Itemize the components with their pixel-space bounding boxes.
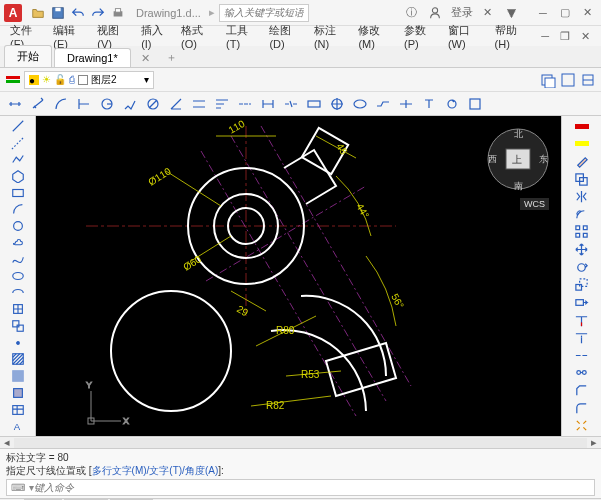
point-tool[interactable] [3,335,33,351]
linear-dim-icon[interactable] [4,94,26,114]
color-yellow[interactable] [575,141,589,146]
menu-dim[interactable]: 标注(N) [310,23,352,50]
line-tool[interactable] [3,118,33,134]
mirror-tool[interactable] [566,188,598,205]
pline-tool[interactable] [3,151,33,167]
jogged-dim-icon[interactable] [119,94,141,114]
chamfer-tool[interactable] [566,382,598,399]
layer-iso-icon[interactable] [559,71,577,89]
menu-help[interactable]: 帮助(H) [491,23,533,50]
open-icon[interactable] [30,5,46,21]
radius-dim-icon[interactable] [96,94,118,114]
move-tool[interactable] [566,241,598,258]
menu-view[interactable]: 视图(V) [93,23,135,50]
menu-insert[interactable]: 插入(I) [137,23,175,50]
dim-update-icon[interactable] [441,94,463,114]
dim-space-icon[interactable] [257,94,279,114]
ellipse-tool[interactable] [3,268,33,284]
center-mark-icon[interactable] [326,94,348,114]
scrollbar-horizontal[interactable]: ◂ ▸ [0,436,601,448]
erase-tool[interactable] [566,153,598,170]
tolerance-icon[interactable] [303,94,325,114]
doc-close-button[interactable]: ✕ [575,28,595,44]
fillet-tool[interactable] [566,400,598,417]
inspect-icon[interactable] [349,94,371,114]
arc-dim-icon[interactable] [50,94,72,114]
layer-properties-icon[interactable] [4,71,22,89]
maximize-button[interactable]: ▢ [555,5,575,21]
minimize-button[interactable]: ─ [533,5,553,21]
menu-edit[interactable]: 编辑(E) [49,23,91,50]
stretch-tool[interactable] [566,294,598,311]
menu-param[interactable]: 参数(P) [400,23,442,50]
color-red[interactable] [575,124,589,129]
save-icon[interactable] [50,5,66,21]
doc-restore-button[interactable]: ❐ [555,28,575,44]
revcloud-tool[interactable] [3,235,33,251]
break-tool[interactable] [566,347,598,364]
table-tool[interactable] [3,402,33,418]
close-button[interactable]: ✕ [577,5,597,21]
insert-block-tool[interactable] [3,302,33,318]
rotate-tool[interactable] [566,259,598,276]
redo-icon[interactable] [90,5,106,21]
diameter-dim-icon[interactable] [142,94,164,114]
copy-tool[interactable] [566,171,598,188]
menu-modify[interactable]: 修改(M) [354,23,398,50]
user-login-label[interactable]: 登录 [451,5,473,20]
tab-new[interactable]: ✕ [133,50,158,67]
circle-tool[interactable] [3,218,33,234]
search-input[interactable] [219,4,309,22]
offset-tool[interactable] [566,206,598,223]
drawing-canvas[interactable]: Ø110 Ø60 44° 56° 110 45 29 R80 R53 R82 Y… [36,116,561,436]
explode-tool[interactable] [566,417,598,434]
layer-prev-icon[interactable] [579,71,597,89]
dim-tedit-icon[interactable] [418,94,440,114]
aligned-dim-icon[interactable] [27,94,49,114]
tab-add[interactable]: ＋ [158,48,185,67]
arc-tool[interactable] [3,201,33,217]
make-block-tool[interactable] [3,318,33,334]
trim-tool[interactable] [566,312,598,329]
layer-dropdown[interactable]: ● ☀ 🔓 ⎙ 图层2 ▾ [24,71,154,89]
dimstyle-icon[interactable] [464,94,486,114]
ellipse-arc-tool[interactable] [3,285,33,301]
spline-tool[interactable] [3,252,33,268]
scale-tool[interactable] [566,276,598,293]
view-cube[interactable]: 上 北 南 西 东 [483,124,553,194]
xline-tool[interactable] [3,135,33,151]
ordinate-dim-icon[interactable] [73,94,95,114]
menu-tools[interactable]: 工具(T) [222,23,263,50]
continue-dim-icon[interactable] [234,94,256,114]
user-icon[interactable] [427,5,443,21]
join-tool[interactable] [566,365,598,382]
exchange-icon[interactable]: ✕ [479,5,495,21]
quick-dim-icon[interactable] [188,94,210,114]
app-icon[interactable]: A [4,4,22,22]
hatch-tool[interactable] [3,352,33,368]
tab-drawing1[interactable]: Drawing1* [54,48,131,67]
extend-tool[interactable] [566,329,598,346]
layer-states-icon[interactable] [539,71,557,89]
help-dropdown-icon[interactable]: ⯆ [503,5,519,21]
menu-draw[interactable]: 绘图(D) [265,23,307,50]
info-icon[interactable]: ⓘ [403,5,419,21]
rectangle-tool[interactable] [3,185,33,201]
command-input[interactable] [34,482,590,493]
print-icon[interactable] [110,5,126,21]
region-tool[interactable] [3,385,33,401]
doc-minimize-button[interactable]: ─ [535,28,555,44]
dim-break-icon[interactable] [280,94,302,114]
gradient-tool[interactable] [3,368,33,384]
undo-icon[interactable] [70,5,86,21]
polygon-tool[interactable] [3,168,33,184]
menu-format[interactable]: 格式(O) [177,23,220,50]
angular-dim-icon[interactable] [165,94,187,114]
tab-start[interactable]: 开始 [4,45,52,67]
jogged-linear-icon[interactable] [372,94,394,114]
menu-window[interactable]: 窗口(W) [444,23,489,50]
wcs-label[interactable]: WCS [520,198,549,210]
mtext-tool[interactable]: A [3,418,33,434]
baseline-dim-icon[interactable] [211,94,233,114]
array-tool[interactable] [566,224,598,241]
